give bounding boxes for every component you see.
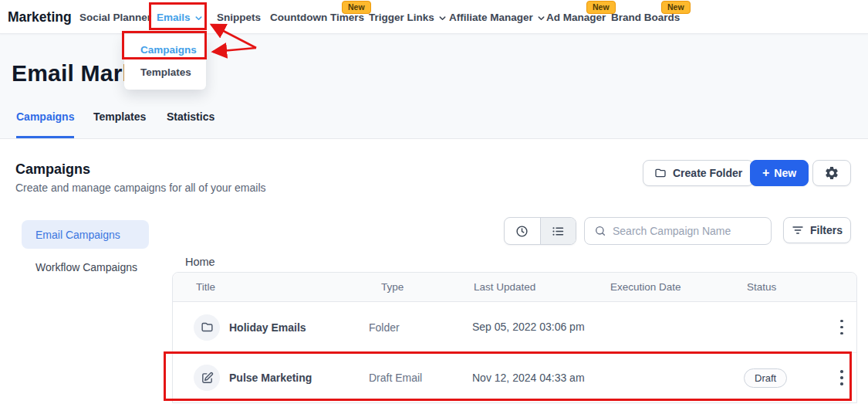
breadcrumb-home[interactable]: Home <box>185 256 215 268</box>
row-type: Folder <box>369 321 472 334</box>
nav-item-affiliate-manager[interactable]: Affiliate Manager <box>449 0 545 34</box>
row-last-updated: Nov 12, 2024 04:33 am <box>472 370 588 385</box>
settings-button[interactable] <box>812 160 851 186</box>
folder-icon <box>194 314 220 341</box>
section-subheading: Create and manage campaigns for all of y… <box>15 182 266 194</box>
column-header-execution-date: Execution Date <box>610 281 744 293</box>
row-title: Pulse Marketing <box>229 372 312 384</box>
new-button-label: New <box>774 167 796 179</box>
view-toggle <box>504 217 576 245</box>
clock-icon <box>515 225 529 238</box>
new-button[interactable]: + New <box>750 160 809 186</box>
search-icon <box>594 225 606 237</box>
list-view-button[interactable] <box>540 218 576 244</box>
section-heading: Campaigns <box>15 161 90 178</box>
column-header-last-updated: Last Updated <box>472 281 610 293</box>
table-row-pulse-marketing[interactable]: Pulse Marketing Draft Email Nov 12, 2024… <box>173 352 856 402</box>
list-icon <box>552 225 565 238</box>
email-marketing-page: Email Marketing Campaigns Templates Stat… <box>0 0 868 404</box>
emails-dropdown-menu: Campaigns Templates <box>124 34 206 90</box>
row-last-updated: Sep 05, 2022 03:06 pm <box>472 319 588 334</box>
create-folder-label: Create Folder <box>673 167 742 179</box>
chevron-down-icon <box>194 14 203 22</box>
nav-item-trigger-links[interactable]: Trigger Links <box>369 0 447 34</box>
brand-title: Marketing <box>8 0 72 34</box>
status-badge: Draft <box>744 368 787 388</box>
top-navbar: Marketing Social Planner Emails Snippets… <box>0 0 868 34</box>
kebab-menu-icon[interactable] <box>830 366 853 389</box>
nav-label: Social Planner <box>79 12 151 23</box>
filters-button[interactable]: Filters <box>783 217 851 243</box>
nav-label: Snippets <box>217 12 261 23</box>
edit-icon <box>194 365 220 391</box>
search-input[interactable] <box>613 225 762 237</box>
dropdown-item-campaigns[interactable]: Campaigns <box>124 39 206 61</box>
kebab-menu-icon[interactable] <box>830 316 853 339</box>
create-folder-button[interactable]: Create Folder <box>643 160 754 186</box>
plus-icon: + <box>762 167 769 179</box>
sidebar-item-workflow-campaigns[interactable]: Workflow Campaigns <box>35 261 137 273</box>
column-header-status: Status <box>744 281 821 293</box>
nav-item-snippets[interactable]: Snippets <box>217 0 261 34</box>
sidebar-item-email-campaigns[interactable]: Email Campaigns <box>22 220 149 249</box>
new-badge: New <box>661 1 691 14</box>
tab-statistics[interactable]: Statistics <box>167 110 214 138</box>
recent-view-button[interactable] <box>505 218 540 244</box>
nav-item-countdown-timers[interactable]: Countdown Timers New <box>270 0 364 34</box>
chevron-down-icon <box>438 14 447 22</box>
row-type: Draft Email <box>369 372 472 384</box>
campaigns-table: Title Type Last Updated Execution Date S… <box>172 272 857 403</box>
column-header-type: Type <box>369 281 472 293</box>
nav-item-emails[interactable]: Emails <box>157 0 203 34</box>
row-title: Holiday Emails <box>229 321 306 334</box>
new-badge: New <box>342 1 371 14</box>
nav-item-social-planner[interactable]: Social Planner <box>79 0 151 34</box>
column-header-title: Title <box>173 281 369 293</box>
filters-label: Filters <box>810 224 843 236</box>
campaigns-section: Campaigns Create and manage campaigns fo… <box>0 139 868 404</box>
nav-item-ad-manager[interactable]: Ad Manager New <box>546 0 606 34</box>
tab-templates[interactable]: Templates <box>93 110 146 138</box>
table-header-row: Title Type Last Updated Execution Date S… <box>173 273 856 302</box>
folder-icon <box>654 167 667 179</box>
search-box <box>584 217 772 245</box>
nav-label: Emails <box>157 12 191 23</box>
nav-item-brand-boards[interactable]: Brand Boards New <box>611 0 680 34</box>
chevron-down-icon <box>537 14 545 22</box>
tab-campaigns[interactable]: Campaigns <box>16 110 74 138</box>
table-row-holiday-emails[interactable]: Holiday Emails Folder Sep 05, 2022 03:06… <box>173 302 856 352</box>
nav-label: Trigger Links <box>369 12 434 23</box>
dropdown-item-templates[interactable]: Templates <box>124 61 206 83</box>
gear-icon <box>824 165 839 181</box>
filter-lines-icon <box>792 224 804 236</box>
nav-label: Affiliate Manager <box>449 12 533 23</box>
